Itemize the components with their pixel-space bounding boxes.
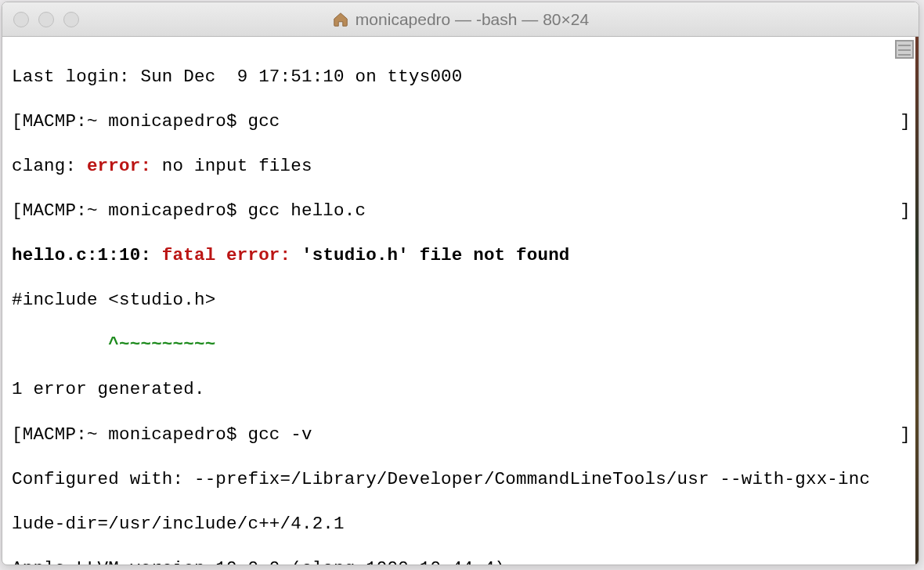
terminal-window: monicapedro — -bash — 80×24 Last login: … [2, 2, 919, 565]
last-login-line: Last login: Sun Dec 9 17:51:10 on ttys00… [12, 66, 911, 88]
window-title: monicapedro — -bash — 80×24 [2, 10, 919, 29]
prompt-line-2: MACMP:~ monicapedro$ gcc hello.c] [12, 200, 911, 222]
source-line: #include <studio.h> [12, 289, 911, 312]
minimize-button[interactable] [38, 12, 54, 27]
configured-line-1: Configured with: --prefix=/Library/Devel… [12, 468, 911, 491]
home-icon [332, 11, 349, 28]
terminal-content[interactable]: Last login: Sun Dec 9 17:51:10 on ttys00… [2, 37, 919, 565]
close-button[interactable] [13, 12, 29, 27]
configured-line-2: lude-dir=/usr/include/c++/4.2.1 [12, 513, 911, 536]
titlebar[interactable]: monicapedro — -bash — 80×24 [2, 2, 919, 37]
prompt-line-1: MACMP:~ monicapedro$ gcc] [12, 110, 911, 133]
caret-line: ^~~~~~~~~~ [12, 334, 911, 356]
zoom-button[interactable] [63, 12, 79, 27]
error-count-line: 1 error generated. [12, 378, 911, 401]
prompt-line-3: MACMP:~ monicapedro$ gcc -v] [12, 424, 911, 446]
window-title-text: monicapedro — -bash — 80×24 [356, 10, 589, 29]
fatal-error-line: hello.c:1:10: fatal error: 'studio.h' fi… [12, 244, 911, 267]
version-line: Apple LLVM version 10.0.0 (clang-1000.10… [12, 557, 911, 565]
traffic-lights [13, 12, 79, 27]
clang-error-line: clang: error: no input files [12, 155, 911, 178]
